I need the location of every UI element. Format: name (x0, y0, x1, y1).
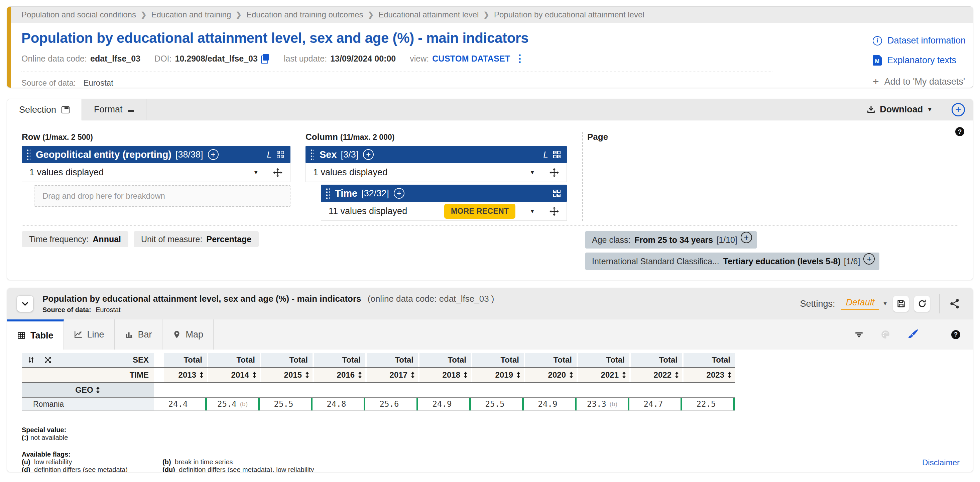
column-label: Column (305, 132, 338, 142)
source-of-data-value: Eurostat (95, 306, 120, 313)
year-header: 2020 (524, 368, 577, 382)
special-value-title: Special value: (22, 426, 973, 433)
share-button[interactable] (949, 298, 960, 310)
tab-table[interactable]: Table (7, 319, 64, 350)
tab-selection[interactable]: Selection (7, 99, 82, 120)
view-custom-dataset-link[interactable]: CUSTOM DATASET (432, 54, 510, 64)
copy-icon[interactable] (261, 54, 270, 63)
help-icon[interactable]: ? (951, 330, 960, 339)
year-header: 2022 (629, 368, 682, 382)
disclaimer-link[interactable]: Disclaimer (922, 458, 959, 467)
palette-button[interactable] (880, 329, 891, 340)
sort-column-button[interactable] (463, 371, 468, 379)
sort-column-button[interactable] (252, 371, 257, 379)
sort-rows-button[interactable] (27, 356, 35, 364)
add-values-button[interactable]: + (394, 188, 404, 199)
divider (935, 326, 935, 343)
more-recent-badge[interactable]: MORE RECENT (444, 204, 515, 219)
total-header: Total (312, 353, 365, 367)
tab-map[interactable]: Map (162, 319, 214, 350)
table-header-row-sex: SEX Total Total Total Total Total Total … (22, 353, 735, 368)
sort-column-button[interactable] (727, 371, 732, 379)
breadcrumb-item[interactable]: Educational attainment level (379, 10, 479, 19)
select-values-icon[interactable] (553, 189, 561, 197)
table-geo-row: GEO (22, 383, 735, 398)
dataset-information-link[interactable]: i Dataset information (873, 35, 973, 46)
year-header: 2021 (577, 368, 629, 382)
tab-format[interactable]: Format (82, 99, 146, 120)
last-update-label: last update: (284, 54, 327, 64)
dimension-time[interactable]: Time [32/32] + (321, 185, 567, 202)
reset-settings-button[interactable] (914, 296, 930, 312)
move-icon[interactable] (549, 206, 559, 216)
time-values-dropdown[interactable]: 11 values displayed MORE RECENT ▼ (321, 202, 567, 221)
sort-column-button[interactable] (621, 371, 627, 379)
sort-column-button[interactable] (674, 371, 679, 379)
download-button[interactable]: Download ▼ (866, 104, 932, 115)
drag-handle-icon[interactable] (310, 149, 314, 160)
expand-table-button[interactable] (44, 356, 52, 364)
page-label: Page (587, 132, 958, 142)
collapse-button[interactable] (17, 296, 33, 312)
caret-down-icon[interactable]: ▼ (882, 301, 888, 307)
dimension-geo[interactable]: Geopolitical entity (reporting) [38/38] … (22, 146, 290, 163)
sort-column-button[interactable] (516, 371, 521, 379)
settings-dropdown[interactable]: Default (841, 297, 880, 310)
drag-handle-icon[interactable] (326, 188, 329, 199)
select-values-icon[interactable] (277, 150, 285, 158)
select-values-icon[interactable] (553, 150, 561, 158)
sort-column-button[interactable] (304, 371, 310, 379)
add-values-button[interactable]: + (208, 149, 219, 160)
drag-handle-icon[interactable] (26, 149, 30, 160)
dimension-sex[interactable]: Sex [3/3] + L (305, 146, 567, 163)
sort-column-button[interactable] (568, 371, 574, 379)
customize-colors-button[interactable] (907, 329, 919, 340)
move-icon[interactable] (549, 168, 559, 178)
accent-bar (7, 7, 11, 88)
add-values-button[interactable]: + (741, 232, 752, 243)
caret-down-icon[interactable]: ▼ (530, 169, 535, 176)
tab-bar[interactable]: Bar (115, 319, 162, 350)
table-icon (17, 331, 26, 340)
isced-chip[interactable]: International Standard Classifica... Ter… (585, 252, 880, 270)
download-icon (866, 105, 876, 114)
add-to-my-datasets-link[interactable]: + Add to 'My datasets' (873, 76, 973, 87)
sex-header-label: SEX (133, 355, 149, 365)
hierarchy-toggle-icon[interactable]: L (267, 150, 272, 160)
data-cell: 24.4 (154, 398, 207, 410)
explanatory-texts-link[interactable]: M Explanatory texts (873, 55, 973, 65)
caret-down-icon[interactable]: ▼ (253, 169, 259, 176)
sort-column-button[interactable] (357, 371, 363, 379)
year-header: 2015 (260, 368, 312, 382)
sort-geo-button[interactable] (95, 386, 100, 394)
add-dimension-button[interactable]: + (951, 103, 965, 117)
geo-values-dropdown[interactable]: 1 values displayed ▼ (22, 163, 290, 182)
breadcrumb-item[interactable]: Education and training outcomes (247, 10, 363, 19)
year-header: 2018 (418, 368, 471, 382)
add-values-button[interactable]: + (863, 253, 875, 265)
total-header: Total (471, 353, 524, 367)
age-class-chip[interactable]: Age class: From 25 to 34 years [1/10] + (585, 231, 757, 249)
help-icon[interactable]: ? (955, 127, 964, 136)
add-values-button[interactable]: + (363, 149, 374, 160)
data-cell: 25.5 (260, 398, 312, 410)
year-header: 2016 (312, 368, 365, 382)
row-dropzone[interactable]: Drag and drop here for breakdown (34, 185, 290, 207)
sort-column-button[interactable] (199, 371, 204, 379)
breadcrumb-item[interactable]: Education and training (151, 10, 231, 19)
save-settings-button[interactable] (893, 296, 909, 312)
breadcrumb-item[interactable]: Population by educational attainment lev… (494, 10, 644, 19)
hierarchy-toggle-icon[interactable]: L (544, 150, 548, 160)
move-icon[interactable] (273, 168, 283, 178)
filter-button[interactable] (854, 329, 864, 340)
tab-line[interactable]: Line (64, 319, 115, 350)
breadcrumb-item[interactable]: Population and social conditions (21, 10, 136, 19)
online-data-code: edat_lfse_03 (90, 54, 140, 64)
sort-column-button[interactable] (410, 371, 415, 379)
time-frequency-chip: Time frequency: Annual (22, 231, 128, 247)
kebab-menu-icon[interactable]: ⋮ (515, 54, 525, 64)
column-section: Column (11/max. 2 000) Sex [3/3] + L (305, 132, 567, 221)
year-header: 2023 (682, 368, 735, 382)
caret-down-icon[interactable]: ▼ (530, 208, 535, 215)
sex-values-dropdown[interactable]: 1 values displayed ▼ (305, 163, 567, 182)
